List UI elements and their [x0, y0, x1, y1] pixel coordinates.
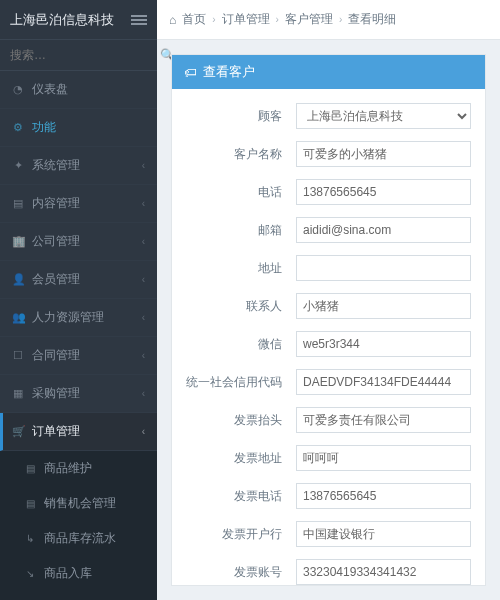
chevron-left-icon: ‹ — [142, 426, 145, 437]
sidebar: 上海邑泊信息科技 🔍 ◔ 仪表盘 ⚙ 功能 ✦系统管理‹ ▤内容管理‹ 🏢公司管… — [0, 0, 157, 600]
sidebar-nav: ◔ 仪表盘 ⚙ 功能 ✦系统管理‹ ▤内容管理‹ 🏢公司管理‹ 👤会员管理‹ 👥… — [0, 71, 157, 600]
customer-type-select[interactable]: 上海邑泊信息科技 — [296, 103, 471, 129]
sidebar-item-label: 订单管理 — [32, 423, 134, 440]
chevron-left-icon: ‹ — [142, 350, 145, 361]
address-input[interactable] — [296, 255, 471, 281]
email-input[interactable] — [296, 217, 471, 243]
sidebar-item-label: 仪表盘 — [32, 81, 145, 98]
gear-icon: ⚙ — [12, 121, 24, 134]
form-row-invoice-phone: 发票电话 — [186, 483, 471, 509]
sidebar-item-functions[interactable]: ⚙ 功能 — [0, 109, 157, 147]
invoice-phone-input[interactable] — [296, 483, 471, 509]
chevron-right-icon: › — [339, 14, 342, 25]
sidebar-sub-order-entry[interactable]: ✎订单录入 — [0, 591, 157, 600]
form-label: 统一社会信用代码 — [186, 374, 296, 391]
sidebar-item-label: 人力资源管理 — [32, 309, 134, 326]
in-icon: ↘ — [26, 568, 36, 579]
breadcrumb-item[interactable]: 首页 — [182, 11, 206, 28]
chevron-left-icon: ‹ — [142, 312, 145, 323]
invoice-account-input[interactable] — [296, 559, 471, 585]
form-label: 联系人 — [186, 298, 296, 315]
sidebar-item-label: 合同管理 — [32, 347, 134, 364]
chevron-right-icon: › — [212, 14, 215, 25]
form-row-email: 邮箱 — [186, 217, 471, 243]
chevron-left-icon: ‹ — [142, 236, 145, 247]
form-label: 发票地址 — [186, 450, 296, 467]
invoice-address-input[interactable] — [296, 445, 471, 471]
view-customer-panel: 🏷 查看客户 顾客 上海邑泊信息科技 客户名称 电话 邮箱 — [171, 54, 486, 586]
chevron-right-icon: › — [276, 14, 279, 25]
home-icon[interactable]: ⌂ — [169, 13, 176, 27]
form-row-invoice-address: 发票地址 — [186, 445, 471, 471]
form-row-customer-type: 顾客 上海邑泊信息科技 — [186, 103, 471, 129]
wechat-input[interactable] — [296, 331, 471, 357]
sidebar-item-member[interactable]: 👤会员管理‹ — [0, 261, 157, 299]
form-row-phone: 电话 — [186, 179, 471, 205]
search-input[interactable] — [10, 48, 160, 62]
users-icon: 👥 — [12, 311, 24, 324]
form-row-invoice-bank: 发票开户行 — [186, 521, 471, 547]
form-label: 顾客 — [186, 108, 296, 125]
breadcrumb: ⌂ 首页 › 订单管理 › 客户管理 › 查看明细 — [157, 0, 500, 40]
uscc-input[interactable] — [296, 369, 471, 395]
sidebar-sub-label: 商品入库 — [44, 565, 92, 582]
sidebar-sub-product-maintain[interactable]: ▤商品维护 — [0, 451, 157, 486]
contact-input[interactable] — [296, 293, 471, 319]
sidebar-sub-label: 商品维护 — [44, 460, 92, 477]
sidebar-item-contract[interactable]: ☐合同管理‹ — [0, 337, 157, 375]
sidebar-sub-label: 商品库存流水 — [44, 530, 116, 547]
user-icon: 👤 — [12, 273, 24, 286]
form-row-uscc: 统一社会信用代码 — [186, 369, 471, 395]
sidebar-sub-label: 销售机会管理 — [44, 495, 116, 512]
sidebar-item-purchase[interactable]: ▦采购管理‹ — [0, 375, 157, 413]
chevron-left-icon: ‹ — [142, 160, 145, 171]
chevron-left-icon: ‹ — [142, 274, 145, 285]
form-row-name: 客户名称 — [186, 141, 471, 167]
form-label: 发票账号 — [186, 564, 296, 581]
sidebar-item-order[interactable]: 🛒订单管理‹ — [0, 413, 157, 451]
form-label: 微信 — [186, 336, 296, 353]
chevron-left-icon: ‹ — [142, 388, 145, 399]
sidebar-item-label: 内容管理 — [32, 195, 134, 212]
brand-bar: 上海邑泊信息科技 — [0, 0, 157, 40]
form-row-invoice-account: 发票账号 — [186, 559, 471, 585]
cart-icon: 🛒 — [12, 425, 24, 438]
tools-icon: ✦ — [12, 159, 24, 172]
form-label: 发票电话 — [186, 488, 296, 505]
panel-title: 查看客户 — [203, 63, 255, 81]
form-label: 地址 — [186, 260, 296, 277]
doc-icon: ▤ — [12, 197, 24, 210]
box-icon: ▦ — [12, 387, 24, 400]
chevron-left-icon: ‹ — [142, 198, 145, 209]
sidebar-item-company[interactable]: 🏢公司管理‹ — [0, 223, 157, 261]
sidebar-item-system[interactable]: ✦系统管理‹ — [0, 147, 157, 185]
form-label: 发票抬头 — [186, 412, 296, 429]
customer-name-input[interactable] — [296, 141, 471, 167]
list-icon: ▤ — [26, 498, 36, 509]
panel-header: 🏷 查看客户 — [172, 55, 485, 89]
sidebar-item-content[interactable]: ▤内容管理‹ — [0, 185, 157, 223]
panel-body: 顾客 上海邑泊信息科技 客户名称 电话 邮箱 地址 — [172, 89, 485, 585]
menu-toggle-icon[interactable] — [131, 15, 147, 25]
invoice-title-input[interactable] — [296, 407, 471, 433]
sidebar-item-hr[interactable]: 👥人力资源管理‹ — [0, 299, 157, 337]
form-row-invoice-title: 发票抬头 — [186, 407, 471, 433]
sidebar-item-label: 会员管理 — [32, 271, 134, 288]
sidebar-item-dashboard[interactable]: ◔ 仪表盘 — [0, 71, 157, 109]
building-icon: 🏢 — [12, 235, 24, 248]
sidebar-sub-stock-in[interactable]: ↘商品入库 — [0, 556, 157, 591]
sidebar-search: 🔍 — [0, 40, 157, 71]
breadcrumb-item[interactable]: 客户管理 — [285, 11, 333, 28]
file-icon: ☐ — [12, 349, 24, 362]
phone-input[interactable] — [296, 179, 471, 205]
invoice-bank-input[interactable] — [296, 521, 471, 547]
sidebar-sub-sales-opportunity[interactable]: ▤销售机会管理 — [0, 486, 157, 521]
form-label: 发票开户行 — [186, 526, 296, 543]
breadcrumb-item[interactable]: 订单管理 — [222, 11, 270, 28]
sidebar-sub-stock-flow[interactable]: ↳商品库存流水 — [0, 521, 157, 556]
sidebar-item-label: 系统管理 — [32, 157, 134, 174]
form-row-address: 地址 — [186, 255, 471, 281]
form-label: 邮箱 — [186, 222, 296, 239]
breadcrumb-item: 查看明细 — [348, 11, 396, 28]
sidebar-item-label: 功能 — [32, 119, 145, 136]
